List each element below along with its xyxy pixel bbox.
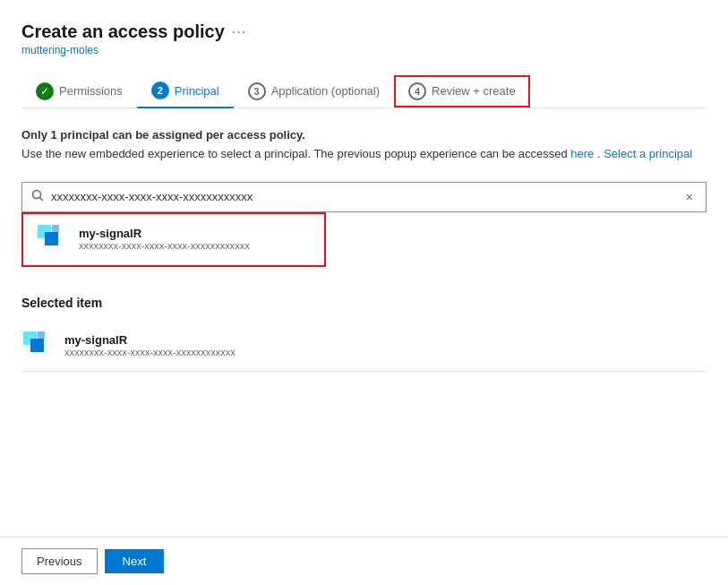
selected-section-title: Selected item	[21, 296, 707, 310]
result-item-name: my-signalR	[79, 227, 250, 240]
svg-rect-6	[30, 339, 44, 352]
tab-permissions-label: Permissions	[59, 84, 123, 98]
tab-principal[interactable]: 2 Principal	[137, 74, 234, 108]
svg-rect-4	[52, 225, 59, 232]
page-title: Create an access policy	[21, 22, 225, 42]
info-section: Only 1 principal can be assigned per acc…	[21, 126, 707, 164]
tab-review-create[interactable]: 4 Review + create	[394, 75, 530, 108]
ellipsis-menu[interactable]: ···	[232, 24, 246, 40]
result-item-info: my-signalR xxxxxxxx-xxxx-xxxx-xxxx-xxxxx…	[79, 227, 250, 251]
selected-item-id: xxxxxxxx-xxxx-xxxx-xxxx-xxxxxxxxxxxx	[64, 347, 236, 357]
application-step-circle: 3	[248, 82, 266, 100]
search-icon	[31, 189, 44, 204]
svg-rect-3	[45, 232, 58, 245]
page-subtitle: muttering-moles	[21, 44, 707, 56]
tab-permissions[interactable]: ✓ Permissions	[21, 75, 137, 108]
svg-rect-7	[38, 331, 45, 339]
previous-button[interactable]: Previous	[21, 548, 98, 574]
search-input[interactable]	[51, 190, 682, 203]
select-principal-link[interactable]: Select a principal	[604, 147, 692, 160]
permissions-check-icon: ✓	[36, 82, 54, 100]
selected-item-row: my-signalR xxxxxxxx-xxxx-xxxx-xxxx-xxxxx…	[21, 321, 707, 372]
tab-application[interactable]: 3 Application (optional)	[234, 75, 394, 108]
search-container: ×	[21, 182, 707, 212]
selected-section: Selected item my-signalR xxxxxxxx-xxxx-x…	[21, 296, 707, 372]
svg-line-1	[40, 198, 44, 202]
tab-principal-label: Principal	[175, 84, 219, 98]
result-item[interactable]: my-signalR xxxxxxxx-xxxx-xxxx-xxxx-xxxxx…	[23, 214, 324, 265]
review-step-circle: 4	[408, 82, 426, 100]
next-button[interactable]: Next	[105, 549, 165, 573]
bottom-navigation: Previous Next	[0, 537, 728, 585]
tab-navigation: ✓ Permissions 2 Principal 3 Application …	[21, 74, 707, 108]
selected-item-info: my-signalR xxxxxxxx-xxxx-xxxx-xxxx-xxxxx…	[64, 333, 236, 357]
service-icon	[36, 223, 68, 255]
tab-application-label: Application (optional)	[271, 84, 380, 98]
principal-step-circle: 2	[151, 82, 169, 99]
search-clear-button[interactable]: ×	[682, 188, 697, 206]
info-line1: Only 1 principal can be assigned per acc…	[21, 128, 305, 142]
selected-item-name: my-signalR	[64, 333, 236, 347]
svg-point-0	[33, 191, 41, 199]
result-item-id: xxxxxxxx-xxxx-xxxx-xxxx-xxxxxxxxxxxx	[79, 240, 250, 251]
info-line2-pre: Use the new embedded experience to selec…	[21, 147, 570, 160]
selected-service-icon	[21, 330, 54, 362]
tab-review-create-label: Review + create	[432, 84, 516, 98]
info-here-link[interactable]: here	[570, 147, 594, 160]
search-results: my-signalR xxxxxxxx-xxxx-xxxx-xxxx-xxxxx…	[21, 212, 326, 267]
